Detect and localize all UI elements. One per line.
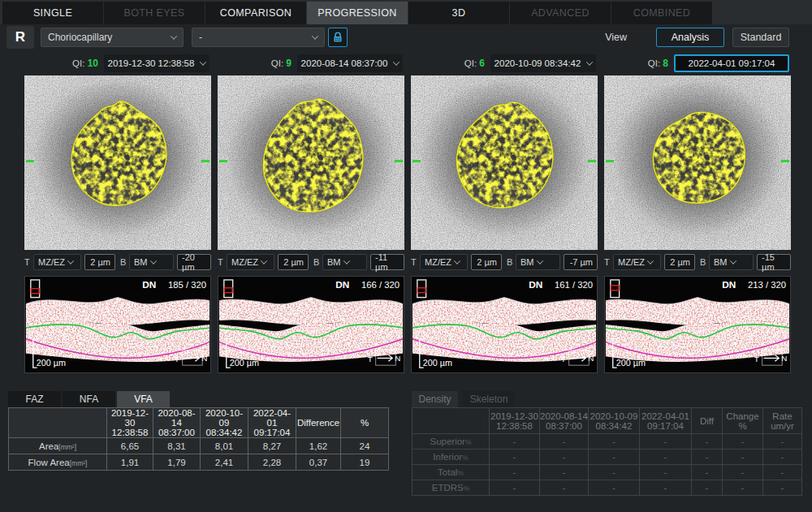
dn-label: DN bbox=[335, 279, 349, 290]
bottom-layer-select[interactable]: BM bbox=[709, 254, 754, 270]
chevron-down-icon bbox=[171, 32, 177, 39]
top-layer-select[interactable]: MZ/EZ bbox=[613, 254, 661, 270]
timepoint-column-2: QI: 9 2020-08-14 08:37:00 MZ/EZ 2 µm BM … bbox=[218, 54, 404, 373]
layer-select[interactable]: Choriocapillary bbox=[41, 28, 184, 47]
bscan-image[interactable]: DN 213 / 320 200 µm T N bbox=[604, 276, 791, 373]
nasal-label: N bbox=[781, 354, 787, 363]
table-row-total: Total% - - - - - - - bbox=[412, 465, 802, 480]
bscan-image[interactable]: DN 166 / 320 200 µm T N bbox=[218, 276, 404, 373]
scale-label: 200 µm bbox=[37, 358, 66, 368]
tab-vfa[interactable]: VFA bbox=[117, 391, 170, 407]
tab-combined[interactable]: COMBINED bbox=[611, 2, 712, 24]
lock-button[interactable] bbox=[328, 28, 348, 47]
chevron-down-icon bbox=[647, 257, 654, 264]
temporal-label: T bbox=[754, 355, 759, 364]
date-select[interactable]: 2020-10-09 08:34:42 bbox=[490, 54, 596, 72]
tab-progression[interactable]: PROGRESSION bbox=[307, 2, 408, 24]
vfa-table-header-row: 2019-12-30 12:38:58 2020-08-14 08:37:00 … bbox=[9, 408, 389, 438]
timepoint-columns: QI: 10 2019-12-30 12:38:58 MZ/EZ 2 µm BM… bbox=[0, 54, 812, 373]
chevron-down-icon bbox=[261, 257, 267, 264]
date-select-selected[interactable]: 2022-04-01 09:17:04 bbox=[674, 54, 789, 72]
temporal-label: T bbox=[175, 355, 179, 364]
qi-label: QI: 10 bbox=[72, 58, 98, 69]
secondary-select[interactable]: - bbox=[192, 28, 325, 47]
tab-advanced[interactable]: ADVANCED bbox=[510, 2, 611, 24]
lock-icon bbox=[331, 31, 344, 44]
enface-angiography-image[interactable]: MZ/EZ 2 µm BM -7 µm bbox=[411, 75, 598, 250]
tab-both-eyes[interactable]: BOTH EYES bbox=[104, 2, 205, 24]
tab-3d[interactable]: 3D bbox=[408, 2, 509, 24]
faz-panel: FAZ NFA VFA 2019-12-30 12:38:58 2020-08-… bbox=[8, 391, 389, 496]
tab-skeleton[interactable]: Skeleton bbox=[463, 391, 515, 407]
bottom-boundary-label: B bbox=[700, 257, 706, 267]
top-offset-input[interactable]: 2 µm bbox=[84, 254, 115, 270]
bottom-layer-select[interactable]: BM bbox=[516, 254, 560, 270]
bottom-layer-select[interactable]: BM bbox=[129, 254, 174, 270]
layer-select-value: Choriocapillary bbox=[48, 32, 112, 43]
qi-value: 9 bbox=[286, 58, 292, 69]
enface-angiography-image[interactable]: MZ/EZ 2 µm BM -11 µm bbox=[218, 75, 404, 250]
chevron-down-icon bbox=[200, 58, 206, 65]
analysis-button[interactable]: Analysis bbox=[656, 28, 724, 47]
dn-value: 166 / 320 bbox=[361, 280, 400, 290]
temporal-label: T bbox=[561, 355, 566, 364]
laterality-badge[interactable]: R bbox=[6, 26, 34, 49]
top-layer-select[interactable]: MZ/EZ bbox=[420, 254, 468, 270]
qi-label: QI: 9 bbox=[271, 58, 292, 69]
enface-angiography-image[interactable]: MZ/EZ 2 µm BM -20 µm bbox=[24, 75, 211, 250]
top-offset-input[interactable]: 2 µm bbox=[664, 254, 695, 270]
view-label: View bbox=[605, 32, 627, 43]
chevron-down-icon bbox=[149, 257, 156, 264]
table-row-etdrs: ETDRS% - - - - - - - bbox=[412, 480, 802, 496]
chevron-down-icon bbox=[312, 32, 318, 39]
standard-button[interactable]: Standard bbox=[732, 28, 789, 47]
qi-label: QI: 6 bbox=[464, 58, 485, 69]
enface-angiography-image[interactable]: MZ/EZ 2 µm BM -15 µm bbox=[604, 75, 791, 250]
top-offset-input[interactable]: 2 µm bbox=[278, 254, 309, 270]
timepoint-column-4: QI: 8 2022-04-01 09:17:04 MZ/EZ 2 µm BM … bbox=[604, 54, 791, 373]
scale-label: 200 µm bbox=[230, 358, 259, 368]
qi-value: 8 bbox=[663, 58, 668, 69]
date-select[interactable]: 2020-08-14 08:37:00 bbox=[297, 54, 403, 72]
chevron-down-icon bbox=[586, 58, 593, 65]
bottom-layer-select[interactable]: BM bbox=[322, 254, 367, 270]
bottom-offset-input[interactable]: -20 µm bbox=[177, 254, 211, 270]
date-select[interactable]: 2019-12-30 12:38:58 bbox=[104, 54, 209, 72]
bottom-offset-input[interactable]: -7 µm bbox=[564, 254, 598, 270]
scale-label: 200 µm bbox=[616, 358, 646, 368]
scanline-marker-left bbox=[412, 160, 421, 162]
density-panel: Density Skeleton 2019-12-30 12:38:58 202… bbox=[412, 391, 802, 496]
qi-value: 6 bbox=[479, 58, 485, 69]
tab-faz[interactable]: FAZ bbox=[8, 391, 61, 407]
top-layer-select[interactable]: MZ/EZ bbox=[33, 254, 81, 270]
bottom-offset-input[interactable]: -15 µm bbox=[757, 254, 791, 270]
tab-comparison[interactable]: COMPARISON bbox=[205, 2, 306, 24]
bottom-panels: FAZ NFA VFA 2019-12-30 12:38:58 2020-08-… bbox=[0, 391, 812, 496]
density-panel-tabs: Density Skeleton bbox=[412, 391, 802, 407]
scanline-marker-right bbox=[781, 160, 789, 162]
scanline-marker-left bbox=[606, 160, 614, 162]
scanline-marker-right bbox=[201, 160, 209, 162]
chevron-down-icon bbox=[343, 257, 349, 264]
tab-density[interactable]: Density bbox=[412, 391, 458, 407]
bscan-image[interactable]: DN 161 / 320 200 µm T N bbox=[411, 276, 598, 373]
bottom-offset-input[interactable]: -11 µm bbox=[370, 254, 404, 270]
tab-nfa[interactable]: NFA bbox=[63, 391, 115, 407]
qi-value: 10 bbox=[88, 58, 98, 69]
chevron-down-icon bbox=[729, 257, 736, 264]
table-row-superior: Superior% - - - - - - - bbox=[412, 434, 802, 450]
nasal-label: N bbox=[395, 354, 400, 363]
top-boundary-label: T bbox=[411, 257, 417, 267]
qi-label: QI: 8 bbox=[648, 58, 668, 69]
top-offset-input[interactable]: 2 µm bbox=[471, 254, 502, 270]
density-table-header-row: 2019-12-30 12:38:58 2020-08-14 08:37:00 … bbox=[412, 408, 802, 434]
enface-layer-label: MZ/EZ 2 µm BM -7 µm bbox=[415, 78, 494, 87]
enface-layer-label: MZ/EZ 2 µm BM -20 µm bbox=[28, 78, 111, 87]
tab-single[interactable]: SINGLE bbox=[2, 2, 103, 24]
scanline-marker-right bbox=[395, 160, 403, 162]
bottom-boundary-label: B bbox=[313, 257, 320, 267]
top-boundary-label: T bbox=[24, 257, 31, 267]
bscan-image[interactable]: DN 185 / 320 200 µm T N bbox=[24, 276, 211, 373]
scanline-marker-right bbox=[588, 160, 596, 162]
top-layer-select[interactable]: MZ/EZ bbox=[227, 254, 274, 270]
